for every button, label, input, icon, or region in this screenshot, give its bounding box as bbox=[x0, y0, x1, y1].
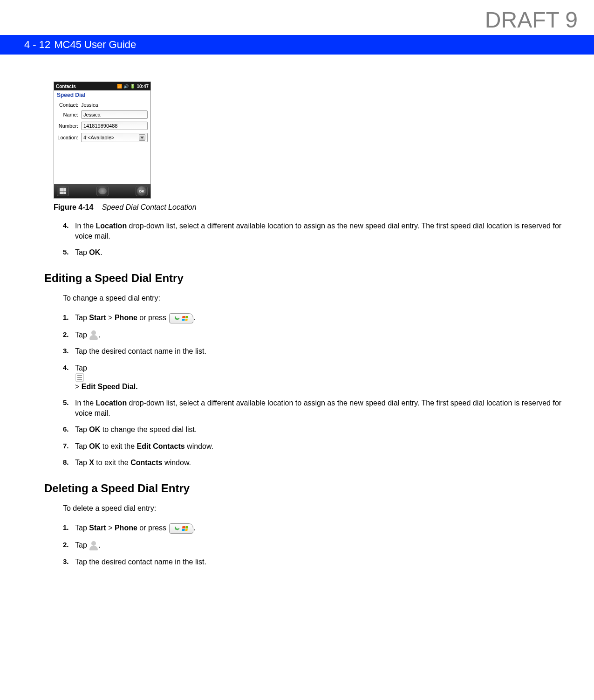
location-dropdown: 4:<Available> bbox=[81, 133, 148, 142]
step-item: 4. Tap > Edit Speed Dial. bbox=[63, 363, 566, 391]
step-item: 6. Tap OK to change the speed dial list. bbox=[63, 425, 566, 435]
screenshot-figure: Contacts 📶 🔊 🔋 10:47 Speed Dial Contact:… bbox=[54, 82, 151, 199]
clock-time: 10:47 bbox=[137, 84, 149, 89]
step-number: 6. bbox=[63, 425, 75, 435]
step-item: 8. Tap X to exit the Contacts window. bbox=[63, 458, 566, 468]
page-number: 4 - 12 bbox=[24, 39, 50, 51]
step-text: Tap X to exit the Contacts window. bbox=[75, 458, 566, 468]
step-item: 2. Tap . bbox=[63, 330, 566, 340]
screenshot-bottombar: OK bbox=[54, 184, 150, 198]
windows-flag-icon bbox=[182, 316, 188, 321]
step-text: In the Location drop-down list, select a… bbox=[75, 221, 566, 241]
battery-icon: 🔋 bbox=[130, 84, 135, 89]
ok-button: OK bbox=[136, 186, 148, 196]
page-content: Contacts 📶 🔊 🔋 10:47 Speed Dial Contact:… bbox=[0, 82, 594, 567]
phone-icon bbox=[174, 315, 180, 321]
step-text: Tap OK. bbox=[75, 247, 566, 258]
number-label: Number: bbox=[57, 123, 81, 129]
keyboard-button bbox=[96, 186, 109, 196]
step-number: 3. bbox=[63, 346, 75, 357]
step-number: 4. bbox=[63, 363, 75, 391]
document-title: MC45 User Guide bbox=[54, 39, 136, 51]
section-heading-deleting: Deleting a Speed Dial Entry bbox=[44, 482, 566, 495]
figure-title: Speed Dial Contact Location bbox=[102, 203, 197, 211]
section-intro: To delete a speed dial entry: bbox=[63, 504, 566, 513]
contact-value: Jessica bbox=[81, 102, 148, 108]
step-number: 8. bbox=[63, 458, 75, 468]
name-input: Jessica bbox=[81, 110, 148, 119]
phone-button-icon bbox=[169, 523, 193, 534]
name-label: Name: bbox=[57, 112, 81, 117]
screenshot-titlebar: Contacts 📶 🔊 🔋 10:47 bbox=[54, 82, 150, 90]
phone-icon bbox=[174, 525, 180, 531]
menu-icon bbox=[75, 373, 84, 382]
step-text: Tap OK to change the speed dial list. bbox=[75, 425, 566, 435]
figure-label: Figure 4-14 bbox=[54, 203, 93, 211]
windows-button bbox=[57, 186, 69, 196]
step-number: 5. bbox=[63, 247, 75, 258]
step-number: 1. bbox=[63, 523, 75, 534]
step-item: 1. Tap Start > Phone or press . bbox=[63, 313, 566, 323]
step-item: 1. Tap Start > Phone or press . bbox=[63, 523, 566, 534]
draft-watermark: DRAFT 9 bbox=[485, 7, 578, 33]
status-icons: 📶 🔊 🔋 10:47 bbox=[117, 84, 149, 89]
step-item: 2. Tap . bbox=[63, 540, 566, 550]
chevron-down-icon bbox=[139, 134, 145, 141]
step-text: Tap Start > Phone or press . bbox=[75, 313, 566, 323]
step-number: 5. bbox=[63, 398, 75, 418]
step-text: Tap Start > Phone or press . bbox=[75, 523, 566, 534]
phone-button-icon bbox=[169, 313, 193, 323]
screenshot-title: Contacts bbox=[56, 84, 76, 89]
contact-label: Contact: bbox=[57, 102, 81, 108]
page-header: 4 - 12 MC45 User Guide bbox=[0, 35, 594, 55]
step-text: In the Location drop-down list, select a… bbox=[75, 398, 566, 418]
signal-icon: 📶 bbox=[117, 84, 122, 89]
section-intro: To change a speed dial entry: bbox=[63, 294, 566, 302]
step-item: 5. Tap OK. bbox=[63, 247, 566, 258]
step-text: Tap the desired contact name in the list… bbox=[75, 557, 566, 567]
contact-icon bbox=[89, 541, 98, 550]
location-value: 4:<Available> bbox=[83, 135, 114, 140]
step-number: 7. bbox=[63, 441, 75, 452]
number-input: 141819890488 bbox=[81, 122, 148, 130]
step-number: 4. bbox=[63, 221, 75, 241]
step-text: Tap OK to exit the Edit Contacts window. bbox=[75, 441, 566, 452]
step-text: Tap . bbox=[75, 330, 566, 340]
step-text: Tap the desired contact name in the list… bbox=[75, 346, 566, 357]
step-item: 7. Tap OK to exit the Edit Contacts wind… bbox=[63, 441, 566, 452]
step-number: 2. bbox=[63, 330, 75, 340]
windows-flag-icon bbox=[182, 526, 188, 531]
step-text: Tap . bbox=[75, 540, 566, 550]
step-item: 5. In the Location drop-down list, selec… bbox=[63, 398, 566, 418]
screenshot-tab: Speed Dial bbox=[54, 90, 150, 100]
step-item: 3. Tap the desired contact name in the l… bbox=[63, 346, 566, 357]
screenshot-body: Contact: Jessica Name: Jessica Number: 1… bbox=[54, 100, 150, 184]
contact-icon bbox=[89, 330, 98, 340]
figure-caption: Figure 4-14 Speed Dial Contact Location bbox=[54, 203, 566, 212]
step-item: 4. In the Location drop-down list, selec… bbox=[63, 221, 566, 241]
top-step-list: 4. In the Location drop-down list, selec… bbox=[63, 221, 566, 258]
location-label: Location: bbox=[57, 135, 81, 140]
volume-icon: 🔊 bbox=[123, 84, 129, 89]
step-text: Tap > Edit Speed Dial. bbox=[75, 363, 566, 391]
step-item: 3. Tap the desired contact name in the l… bbox=[63, 557, 566, 567]
step-number: 1. bbox=[63, 313, 75, 323]
section-heading-editing: Editing a Speed Dial Entry bbox=[44, 272, 566, 285]
editing-step-list: 1. Tap Start > Phone or press . 2. Tap .… bbox=[63, 313, 566, 468]
step-number: 3. bbox=[63, 557, 75, 567]
step-number: 2. bbox=[63, 540, 75, 550]
deleting-step-list: 1. Tap Start > Phone or press . 2. Tap .… bbox=[63, 523, 566, 567]
